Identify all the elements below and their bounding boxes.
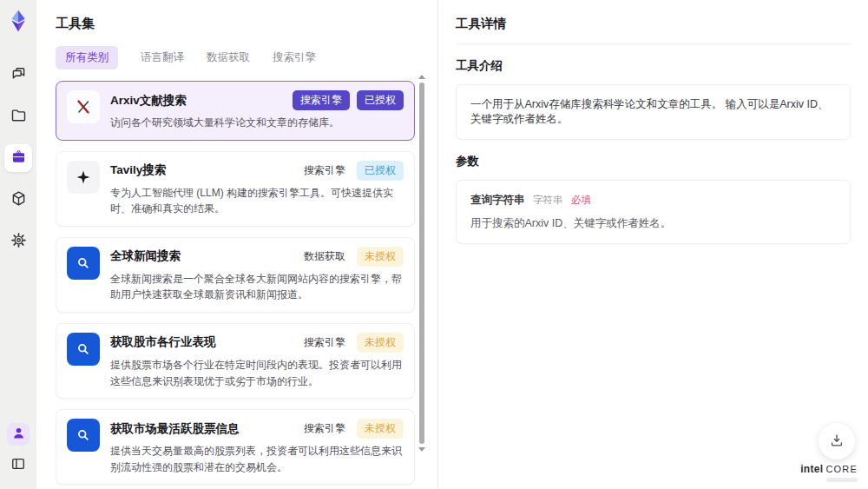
search-app-icon: [67, 419, 100, 452]
intro-box: 一个用于从Arxiv存储库搜索科学论文和文章的工具。 输入可以是Arxiv ID…: [456, 84, 851, 140]
panel-toggle-icon: [10, 455, 27, 476]
tool-name: 全球新闻搜索: [110, 248, 181, 264]
category-label: 搜索引擎: [304, 335, 345, 350]
search-app-icon: [67, 247, 100, 280]
tool-name: Arxiv文献搜索: [110, 93, 187, 109]
panel-toggle-button[interactable]: [7, 454, 30, 477]
tool-card-tavily[interactable]: Tavily搜索 搜索引擎 已授权 专为人工智能代理 (LLM) 构建的搜索引擎…: [56, 151, 415, 227]
parameter-required-flag: 必填: [571, 195, 591, 205]
tool-description: 全球新闻搜索是一个聚合全球各大新闻网站内容的搜索引擎，帮助用户快速获取全球最新资…: [110, 271, 404, 303]
scroll-down-icon[interactable]: [418, 447, 425, 452]
page-title: 工具集: [56, 16, 437, 32]
tool-detail-panel: 工具详情 工具介绍 一个用于从Arxiv存储库搜索科学论文和文章的工具。 输入可…: [437, 0, 868, 489]
tool-list-panel: 工具集 所有类别 语言翻译 数据获取 搜索引擎 Arxiv文献搜索 搜索引擎 已…: [36, 0, 437, 489]
params-heading: 参数: [456, 154, 851, 169]
sidebar-item-tools[interactable]: [4, 144, 32, 172]
auth-status-badge: 已授权: [357, 161, 404, 181]
tab-all-categories[interactable]: 所有类别: [56, 46, 118, 69]
category-label: 搜索引擎: [304, 421, 345, 436]
tab-search-engine[interactable]: 搜索引擎: [273, 50, 316, 65]
tool-description: 专为人工智能代理 (LLM) 构建的搜索引擎工具。可快速提供实时、准确和真实的结…: [110, 185, 404, 217]
tool-name: Tavily搜索: [110, 162, 166, 178]
parameter-description: 用于搜索的Arxiv ID、关键字或作者姓名。: [470, 216, 836, 231]
star-icon: [67, 161, 100, 194]
tool-card-list: Arxiv文献搜索 搜索引擎 已授权 访问各个研究领域大量科学论文和文章的存储库…: [56, 81, 415, 489]
left-rail: [0, 0, 36, 489]
tab-data-fetch[interactable]: 数据获取: [207, 50, 250, 65]
tool-description: 访问各个研究领域大量科学论文和文章的存储库。: [110, 115, 404, 131]
search-app-icon: [67, 333, 100, 366]
download-button[interactable]: [819, 423, 855, 459]
tool-name: 获取股市各行业表现: [110, 334, 216, 350]
auth-status-badge: 未授权: [357, 419, 404, 439]
avatar-icon: [10, 425, 27, 445]
arxiv-logo-icon: [67, 90, 100, 123]
brand-intel-text: intel: [800, 463, 823, 475]
gear-icon: [10, 231, 28, 253]
brand-subtext-bar: [826, 478, 858, 482]
avatar[interactable]: [7, 423, 30, 446]
intro-heading: 工具介绍: [456, 58, 851, 74]
category-tabs: 所有类别 语言翻译 数据获取 搜索引擎: [56, 46, 437, 69]
folder-icon: [10, 106, 28, 128]
parameter-name: 查询字符串: [470, 194, 525, 206]
rail-nav: [4, 61, 32, 255]
category-label: 搜索引擎: [304, 163, 345, 178]
sidebar-item-packages[interactable]: [4, 186, 32, 214]
toolbox-icon: [10, 148, 28, 169]
intel-core-logo: intelCORE: [800, 463, 858, 482]
cube-icon: [10, 189, 28, 211]
tool-card-global-news[interactable]: 全球新闻搜索 数据获取 未授权 全球新闻搜索是一个聚合全球各大新闻网站内容的搜索…: [56, 237, 415, 313]
scroll-up-icon[interactable]: [418, 75, 425, 79]
diamond-logo-icon: [6, 9, 30, 33]
tool-card-most-active-stocks[interactable]: 获取市场最活跃股票信息 搜索引擎 未授权 提供当天交易量最高的股票列表，投资者可…: [56, 409, 415, 485]
auth-status-badge: 未授权: [357, 247, 404, 267]
tool-name: 获取市场最活跃股票信息: [110, 421, 240, 437]
scrollbar-thumb[interactable]: [419, 83, 424, 444]
parameter-box: 查询字符串 字符串 必填 用于搜索的Arxiv ID、关键字或作者姓名。: [456, 180, 851, 244]
sidebar-item-settings[interactable]: [4, 228, 32, 255]
tool-description: 提供当天交易量最高的股票列表，投资者可以利用这些信息来识别流动性强的股票和潜在的…: [110, 443, 404, 475]
detail-title: 工具详情: [456, 16, 851, 44]
sidebar-item-files[interactable]: [4, 102, 32, 130]
auth-status-badge: 未授权: [357, 333, 404, 353]
rail-bottom: [7, 423, 30, 477]
category-badge: 搜索引擎: [293, 90, 350, 110]
auth-status-badge: 已授权: [357, 90, 404, 110]
list-scrollbar[interactable]: [418, 75, 425, 452]
download-icon: [828, 432, 845, 452]
category-label: 数据获取: [304, 249, 345, 264]
tool-card-sector-performance[interactable]: 获取股市各行业表现 搜索引擎 未授权 提供股票市场各个行业在特定时间段内的表现。…: [56, 323, 415, 399]
chat-icon: [10, 64, 28, 86]
tool-card-arxiv[interactable]: Arxiv文献搜索 搜索引擎 已授权 访问各个研究领域大量科学论文和文章的存储库…: [56, 81, 415, 141]
tab-language-translation[interactable]: 语言翻译: [141, 50, 184, 65]
sidebar-item-chat[interactable]: [4, 61, 32, 89]
parameter-type: 字符串: [533, 195, 563, 205]
brand-core-text: CORE: [825, 464, 858, 474]
tool-description: 提供股票市场各个行业在特定时间段内的表现。投资者可以利用这些信息来识别表现优于或…: [110, 357, 404, 389]
